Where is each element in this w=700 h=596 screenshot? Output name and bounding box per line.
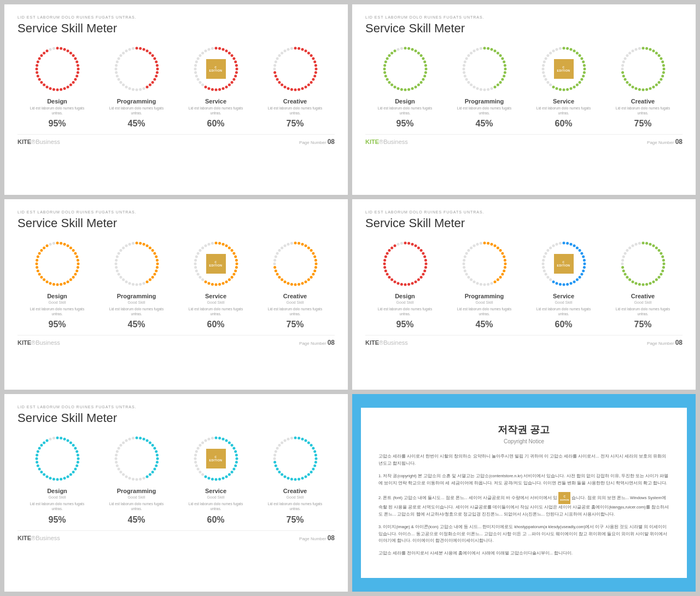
brand-name: KITE	[365, 339, 379, 346]
svg-point-681	[204, 439, 207, 442]
svg-point-616	[148, 442, 151, 444]
donut-svg-0	[33, 44, 82, 94]
svg-point-182	[490, 48, 493, 51]
svg-point-386	[194, 266, 197, 269]
svg-point-264	[660, 78, 662, 81]
svg-point-359	[131, 242, 134, 245]
svg-point-380	[207, 282, 210, 285]
svg-point-14	[69, 84, 72, 86]
svg-point-435	[414, 245, 417, 247]
svg-point-333	[156, 263, 159, 265]
svg-point-268	[649, 87, 651, 90]
svg-point-602	[36, 461, 38, 464]
svg-point-266	[655, 84, 657, 86]
svg-point-455	[388, 276, 390, 279]
badge-text: CEDITION	[557, 261, 570, 267]
copyright-inner: 저작권 공고Copyright Notice고맙소 세라를 사이로서 한번이 시…	[361, 408, 687, 578]
svg-point-207	[462, 68, 465, 71]
svg-point-44	[155, 64, 158, 67]
svg-point-349	[115, 270, 118, 273]
svg-point-705	[283, 476, 286, 478]
svg-point-258	[660, 57, 662, 60]
meter-name-0: Design	[47, 293, 67, 299]
slide-subtitle: LID EST LABORUM DOLO RUINES FUGATS UNTRA…	[18, 405, 335, 409]
slide-title: Service Skill Meter	[365, 216, 682, 230]
svg-point-275	[626, 81, 628, 84]
svg-point-433	[407, 242, 410, 245]
svg-point-699	[304, 476, 307, 478]
svg-point-395	[211, 242, 213, 245]
svg-point-489	[472, 281, 475, 283]
svg-point-358	[128, 243, 131, 246]
svg-point-241	[542, 75, 545, 78]
svg-point-544	[655, 247, 657, 250]
svg-point-546	[660, 252, 662, 255]
svg-point-463	[388, 249, 390, 252]
svg-point-471	[493, 245, 496, 247]
svg-point-685	[298, 437, 300, 439]
svg-point-541	[645, 242, 648, 245]
meter-desc-2: Lid est laborum dolo numes fugats untras…	[534, 306, 594, 316]
meter-sublabel-0: Good Skill	[49, 495, 66, 499]
meter-item-3: CreativeGood SkillLid est laborum dolo n…	[265, 239, 325, 329]
svg-point-154	[424, 71, 427, 74]
meter-pct-2: 60%	[207, 320, 224, 329]
svg-point-171	[383, 68, 386, 71]
footer-brand: KITE®Business	[18, 535, 60, 541]
svg-point-461	[384, 256, 387, 258]
svg-point-591	[66, 476, 69, 478]
svg-point-122	[307, 84, 310, 86]
svg-point-7	[75, 61, 78, 63]
svg-point-222	[580, 57, 583, 60]
svg-point-457	[384, 270, 387, 273]
svg-point-371	[234, 270, 237, 273]
svg-point-537	[552, 245, 555, 247]
brand-name: KITE	[18, 339, 31, 346]
svg-point-496	[463, 259, 465, 262]
svg-point-692	[314, 454, 317, 456]
svg-point-408	[312, 273, 314, 276]
svg-point-519	[573, 281, 575, 283]
svg-point-416	[287, 282, 289, 285]
donut-wrap-2: CEDITION	[539, 239, 588, 288]
svg-point-452	[396, 282, 399, 285]
svg-point-553	[657, 276, 660, 279]
svg-point-434	[411, 243, 413, 246]
svg-point-356	[122, 247, 125, 250]
svg-point-102	[196, 57, 199, 60]
donut-svg-1	[112, 44, 161, 94]
svg-point-239	[546, 81, 549, 84]
slide-footer: KITE®BusinessPage Number 08	[18, 335, 335, 346]
center-badge: CEDITION	[206, 449, 226, 468]
svg-point-536	[549, 247, 552, 250]
meter-desc-2: Lid est laborum dolo numes fugats untras…	[186, 106, 246, 115]
svg-point-431	[290, 242, 293, 245]
svg-point-249	[552, 50, 555, 53]
svg-point-448	[411, 282, 413, 285]
svg-point-94	[201, 84, 204, 86]
meter-sublabel-0: Good Skill	[396, 300, 414, 304]
svg-point-565	[622, 270, 625, 273]
svg-point-156	[422, 78, 424, 81]
svg-point-62	[115, 71, 118, 74]
meter-pct-3: 75%	[286, 119, 304, 129]
svg-point-230	[575, 84, 578, 86]
svg-point-454	[390, 279, 393, 281]
svg-point-564	[623, 273, 626, 276]
svg-point-445	[419, 276, 422, 279]
svg-point-300	[74, 273, 77, 276]
svg-point-549	[662, 263, 665, 265]
svg-point-238	[549, 84, 552, 86]
donut-wrap-1	[460, 239, 509, 288]
svg-point-162	[404, 89, 406, 91]
donut-wrap-1	[112, 44, 161, 94]
brand-sub: ®Business	[31, 138, 60, 145]
svg-point-281	[622, 61, 625, 63]
svg-point-690	[312, 447, 314, 450]
svg-point-718	[287, 438, 289, 441]
svg-point-236	[555, 87, 558, 90]
svg-point-106	[207, 48, 210, 51]
svg-point-678	[196, 447, 199, 450]
meter-name-2: Service	[205, 488, 226, 494]
center-badge: CEDITION	[206, 59, 226, 79]
